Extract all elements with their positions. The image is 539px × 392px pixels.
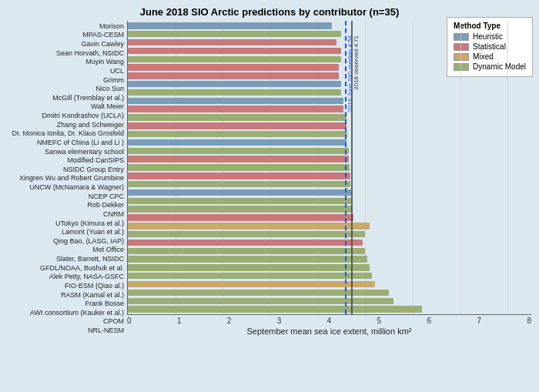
bar (128, 231, 365, 237)
bar-row (128, 297, 531, 305)
bar (128, 114, 346, 120)
bar-row (128, 89, 531, 97)
y-label: UCL (8, 67, 124, 76)
bar (128, 39, 336, 45)
bar-row (128, 146, 531, 155)
y-label: Sanwa elementary school (8, 148, 124, 157)
y-axis-labels: MorisonMPAS-CESMGavin CawleySean Horvath… (8, 21, 127, 336)
y-label: Zhang and Schweiger (8, 121, 124, 130)
y-label: Nico Sun (8, 85, 124, 94)
bar-row (128, 30, 531, 39)
x-tick-label: 4 (327, 317, 332, 325)
bar (128, 72, 339, 79)
bar (128, 139, 346, 146)
bar-row (128, 305, 531, 313)
y-label: McGill (Tremblay et al.) (8, 94, 124, 103)
bar-row (128, 39, 531, 47)
y-label: Lamont (Yuan et al.) (8, 228, 124, 237)
bar (128, 290, 389, 296)
bar-row (128, 105, 531, 113)
y-label: NSIDC Group Entry (8, 166, 124, 175)
x-tick-label: 8 (527, 317, 531, 325)
bar-row (128, 239, 531, 247)
bar (128, 64, 339, 70)
y-label: Modified CanSIPS (8, 156, 124, 166)
bar (128, 122, 346, 129)
bar-row (128, 230, 531, 239)
y-label: Dmitri Kondrashov (UCLA) (8, 112, 124, 121)
y-label: Muyin Wang (8, 59, 124, 68)
bars-inner: 2018 observed 4.712018 June SIO median 4… (127, 21, 531, 315)
bar (128, 173, 350, 179)
bar-row (128, 222, 531, 230)
y-label: MPAS-CESM (8, 32, 124, 41)
bar (128, 281, 375, 287)
bar (128, 306, 422, 312)
bars-section: 2018 observed 4.712018 June SIO median 4… (127, 21, 531, 336)
bar (128, 264, 370, 270)
y-label: CPOM (8, 318, 124, 327)
bar-row (128, 246, 531, 255)
bar (128, 131, 347, 137)
y-label: RASM (Kamal et al.) (8, 291, 124, 300)
bar (128, 198, 351, 204)
bar (128, 148, 349, 154)
bar-row (128, 46, 531, 55)
bar-row (128, 130, 531, 139)
bar-row (128, 72, 531, 80)
bar-row (128, 255, 531, 263)
y-label: Gavin Cawley (8, 40, 124, 49)
y-label: Qing Bao, (LASG, IAP) (8, 237, 124, 246)
x-axis-labels: 012345678 (127, 315, 531, 325)
bar (128, 248, 365, 254)
x-tick-label: 2 (227, 317, 232, 325)
x-axis-title: September mean sea ice extent, million k… (127, 327, 531, 336)
observed-label: 2018 observed 4.71 (353, 35, 360, 90)
y-label: NMEFC of China (Li and Li ) (8, 139, 124, 148)
y-label: Rob Dekker (8, 202, 124, 211)
bar-row (128, 155, 531, 163)
bar (128, 48, 341, 54)
bar (128, 273, 372, 279)
bar (128, 56, 341, 62)
y-label: AWI consortium (Kauker et al.) (8, 309, 124, 318)
y-label: Morison (8, 22, 124, 32)
y-label: GFDL/NOAA, Bushuk et al. (8, 264, 124, 273)
bar (128, 156, 349, 162)
y-label: Met Office (8, 246, 124, 256)
chart-container: June 2018 SIO Arctic predictions by cont… (0, 0, 539, 392)
bar (128, 189, 351, 196)
bar-row (128, 163, 531, 172)
bar-row (128, 263, 531, 272)
x-tick-label: 7 (477, 317, 481, 325)
bar (128, 98, 343, 104)
bar (128, 89, 341, 95)
bar-row (128, 180, 531, 189)
y-label: Slater, Barrett, NSIDC (8, 255, 124, 264)
bar (128, 240, 363, 246)
bar-row (128, 22, 531, 30)
bar (128, 181, 350, 187)
bar (128, 31, 341, 37)
bar (128, 81, 341, 87)
bar-row (128, 213, 531, 222)
y-label: UTokyo (Kimura et al.) (8, 219, 124, 229)
y-label: Sean Horvath, NSIDC (8, 49, 124, 59)
y-label: Dr. Monica Ionita, Dr. Klaus Grosfeld (8, 130, 124, 139)
bar-row (128, 63, 531, 72)
bar (128, 22, 332, 28)
bar-row (128, 96, 531, 105)
bar-row (128, 205, 531, 213)
bar-row (128, 189, 531, 197)
y-label: CNRM (8, 210, 124, 219)
x-tick-label: 1 (177, 317, 182, 325)
bar (128, 214, 353, 220)
bar (128, 256, 367, 262)
y-label: Xingren Wu and Robert Grumbine (8, 175, 124, 184)
bar (128, 206, 352, 212)
median-label: 2018 June SIO median 4.58 (346, 35, 353, 112)
y-label: NRL-NESM (8, 327, 124, 336)
bar-row (128, 272, 531, 280)
bar-row (128, 139, 531, 147)
x-tick-label: 3 (277, 317, 282, 325)
